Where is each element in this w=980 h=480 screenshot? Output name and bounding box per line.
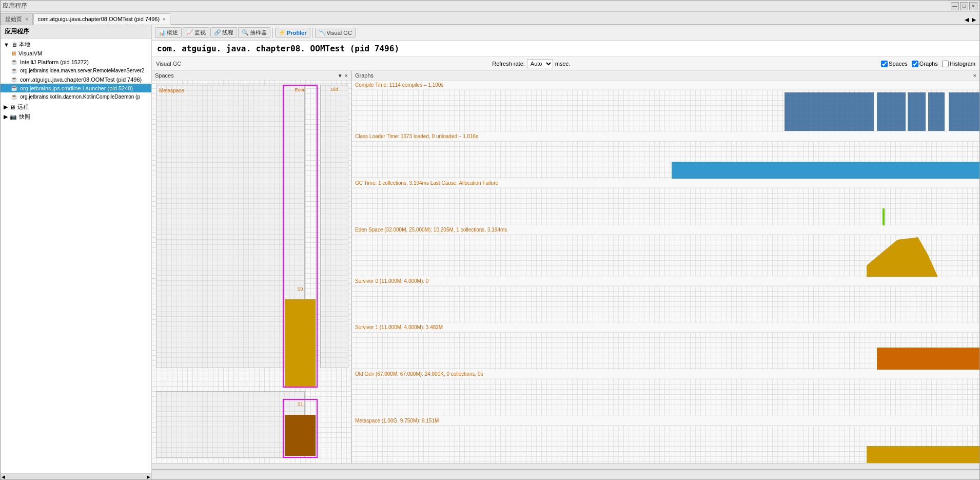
- overview-label: 概述: [167, 29, 178, 36]
- s1-fill: [285, 415, 316, 456]
- graphs-checkbox-label[interactable]: Graphs: [912, 61, 938, 67]
- svg-marker-0: [815, 237, 979, 281]
- spaces-checkbox-label[interactable]: Spaces: [881, 61, 908, 67]
- monitor-icon: 📈: [186, 29, 193, 36]
- tab-nav-prev[interactable]: ◀: [963, 16, 970, 23]
- launcher-icon: ☕: [11, 85, 18, 91]
- remote-collapse-icon: ▶: [4, 104, 8, 110]
- compile-bar-gap: [945, 92, 949, 131]
- metaspace-graph-label: Metaspace (1.00G, 9.750M): 9.151M: [352, 416, 979, 426]
- gc-content: Spaces ▼ × Metaspace: [152, 71, 979, 463]
- old-region: Old: [320, 85, 348, 368]
- spaces-dropdown-icon[interactable]: ▼: [338, 73, 343, 79]
- toolbar-sep: [272, 28, 273, 38]
- eden-graph-svg: [815, 235, 979, 281]
- intellij-icon: ☕: [11, 59, 18, 65]
- refresh-rate-control: Refresh rate: Auto 100 200 500 1000 msec…: [492, 59, 570, 68]
- tab-oomtest[interactable]: com.atguigu.java.chapter08.OOMTest (pid …: [33, 13, 170, 25]
- tab-start-label: 起始页: [5, 15, 22, 23]
- profiler-label: Profiler: [287, 30, 307, 36]
- spaces-header: Spaces ▼ ×: [152, 71, 351, 81]
- sidebar-item-kotlin[interactable]: ☕ org.jetbrains.kotlin.daemon.KotlinComp…: [1, 92, 151, 101]
- monitor-label: 监视: [194, 29, 206, 36]
- metaspace-graph-row: Metaspace (1.00G, 9.750M): 9.151M: [352, 416, 979, 463]
- sidebar-item-intellij-label: IntelliJ Platform (pid 15272): [20, 59, 89, 65]
- tab-bar: 起始页 × com.atguigu.java.chapter08.OOMTest…: [1, 12, 979, 25]
- compile-bar-gap4: [874, 92, 877, 131]
- sidebar-item-oomtest-label: com.atguigu.java.chapter08.OOMTest (pid …: [20, 76, 142, 83]
- histogram-checkbox-text: Histogram: [950, 61, 975, 67]
- sidebar-remote-group[interactable]: ▶ 🖥 远程: [1, 102, 151, 112]
- profiler-button[interactable]: ⚡ Profiler: [275, 28, 310, 37]
- sidebar-item-launcher[interactable]: ☕ org.jetbrains.jps.cmdline.Launcher (pi…: [1, 84, 151, 92]
- graphs-checkbox[interactable]: [912, 61, 918, 67]
- threads-icon: 🔗: [214, 29, 221, 36]
- sidebar-item-maven[interactable]: ☕ org.jetbrains.idea.maven.server.Remote…: [1, 66, 151, 75]
- graphs-header: Graphs ×: [352, 71, 979, 81]
- visualvm-icon: 🖥: [11, 50, 16, 56]
- graphs-checkbox-text: Graphs: [919, 61, 938, 67]
- s0-fill: [285, 299, 316, 387]
- tab-start[interactable]: 起始页 ×: [1, 13, 33, 25]
- sampler-label: 抽样器: [250, 29, 267, 36]
- overview-icon: 📊: [159, 29, 166, 36]
- sidebar-item-visualvm[interactable]: 🖥 VisualVM: [1, 49, 151, 57]
- sampler-button[interactable]: 🔍 抽样器: [238, 27, 270, 38]
- compile-graph-area: [352, 90, 979, 136]
- minimize-button[interactable]: —: [951, 2, 959, 10]
- spaces-panel: Spaces ▼ × Metaspace: [152, 71, 352, 463]
- graphs-panel: Graphs × Compile Time: 1114 compiles – 1…: [352, 71, 979, 463]
- survivor0-graph-row: Survivor 0 (11.000M, 4.000M): 0: [352, 277, 979, 323]
- maven-icon: ☕: [11, 67, 18, 74]
- survivor1-graph-row: Survivor 1 (11.000M, 4.000M): 3.482M: [352, 323, 979, 370]
- refresh-rate-label: Refresh rate:: [492, 61, 525, 67]
- visualgc-icon: 📉: [319, 29, 326, 36]
- refresh-rate-unit: msec.: [555, 61, 570, 67]
- sidebar-local-label: 🖥: [11, 42, 17, 48]
- sidebar-item-oomtest[interactable]: ☕ com.atguigu.java.chapter08.OOMTest (pi…: [1, 75, 151, 84]
- toolbar-sep2: [312, 28, 313, 38]
- sidebar-snapshots-group[interactable]: ▶ 📷 快照: [1, 112, 151, 122]
- visual-gc-header: Visual GC Refresh rate: Auto 100 200 500…: [152, 57, 979, 71]
- spaces-title: Spaces: [155, 72, 174, 79]
- title-bar-controls: — □ ×: [951, 2, 977, 10]
- metaspace-label: Metaspace: [159, 88, 184, 93]
- main-content: 应用程序 ▼ 🖥 本地 🖥 VisualVM ☕ IntelliJ Platfo…: [1, 25, 979, 479]
- metaspace-graph-bar: [867, 446, 979, 463]
- sidebar-local-group[interactable]: ▼ 🖥 本地: [1, 40, 151, 49]
- eden-graph-area: [352, 235, 979, 281]
- eden-s0-pink-border: Eden S0: [283, 85, 318, 388]
- sidebar-local-section: ▼ 🖥 本地 🖥 VisualVM ☕ IntelliJ Platform (p…: [1, 39, 151, 102]
- histogram-checkbox[interactable]: [942, 61, 949, 67]
- tab-nav-next[interactable]: ▶: [970, 16, 977, 23]
- title-bar: 应用程序 — □ ×: [1, 1, 979, 12]
- histogram-checkbox-label[interactable]: Histogram: [942, 61, 975, 67]
- spaces-close-btn[interactable]: ×: [345, 72, 348, 79]
- close-button[interactable]: ×: [969, 2, 977, 10]
- s1-label: S1: [297, 401, 303, 407]
- threads-label: 线程: [222, 29, 233, 36]
- spaces-checkbox-text: Spaces: [889, 61, 908, 67]
- visual-gc-title: Visual GC: [156, 61, 181, 67]
- snapshots-icon: 📷: [10, 113, 17, 120]
- s1-pink-border: S1: [283, 399, 318, 458]
- overview-button[interactable]: 📊 概述: [155, 27, 182, 38]
- sidebar-scroll-right[interactable]: ▶: [147, 474, 150, 479]
- oldgen-graph-label: Old Gen (67.000M, 67.000M): 24.000K, 0 c…: [352, 370, 979, 379]
- compile-bar-gap3: [906, 92, 908, 131]
- oldgen-graph-row: Old Gen (67.000M, 67.000M): 24.000K, 0 c…: [352, 370, 979, 416]
- tab-start-close[interactable]: ×: [25, 16, 28, 22]
- visualgc-button[interactable]: 📉 Visual GC: [315, 28, 356, 37]
- maximize-button[interactable]: □: [960, 2, 968, 10]
- refresh-rate-select[interactable]: Auto 100 200 500 1000: [527, 59, 553, 68]
- sidebar-item-intellij[interactable]: ☕ IntelliJ Platform (pid 15272): [1, 57, 151, 66]
- sidebar-scrollbar[interactable]: ◀ ▶: [1, 473, 151, 479]
- spaces-checkbox[interactable]: [881, 61, 888, 67]
- graphs-close-btn[interactable]: ×: [973, 72, 976, 79]
- monitor-button[interactable]: 📈 监视: [183, 27, 209, 38]
- threads-button[interactable]: 🔗 线程: [210, 27, 237, 38]
- eden-graph-row: Eden Space (32.000M, 25.000M): 10.205M, …: [352, 225, 979, 277]
- h-scrollbar[interactable]: [152, 463, 979, 469]
- sidebar-scroll-left[interactable]: ◀: [2, 474, 5, 479]
- tab-oomtest-close[interactable]: ×: [163, 16, 166, 22]
